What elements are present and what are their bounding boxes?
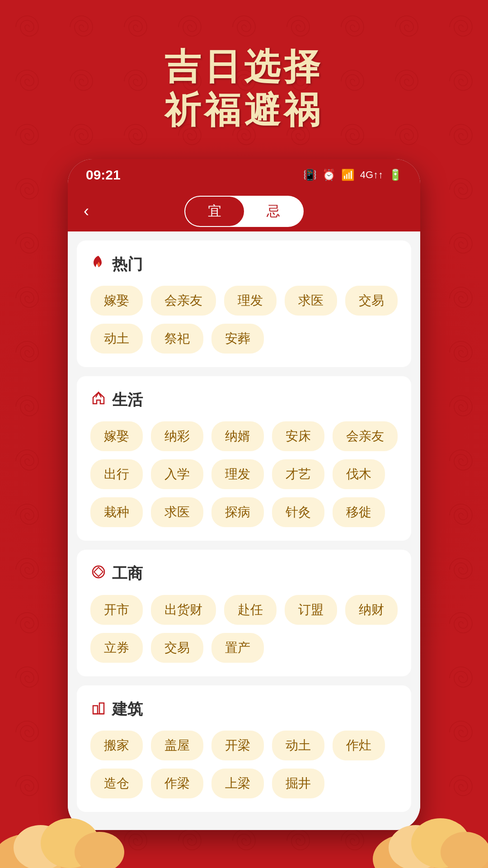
tab-toggle: 宜 忌 [184,196,304,227]
tag-life-8[interactable]: 才艺 [272,459,324,489]
status-bar: 09:21 📳 ⏰ 📶 4G↑↑ 🔋 [68,159,420,191]
section-business-tags: 开市 出货财 赴任 订盟 纳财 立券 交易 置产 [90,595,398,663]
tag-biz-1[interactable]: 出货财 [151,595,216,625]
tag-life-2[interactable]: 纳婿 [211,421,264,451]
tag-life-4[interactable]: 会亲友 [333,421,398,451]
tag-hot-1[interactable]: 会亲友 [151,286,216,316]
tag-hot-2[interactable]: 理发 [224,286,277,316]
tag-life-5[interactable]: 出行 [90,459,143,489]
content-area[interactable]: 热门 嫁娶 会亲友 理发 求医 交易 动土 祭祀 安葬 [68,231,420,830]
back-button[interactable]: ‹ [84,202,89,221]
section-building-title: 建筑 [112,699,143,720]
tag-life-10[interactable]: 栽种 [90,497,143,527]
tag-biz-6[interactable]: 交易 [151,633,203,663]
status-icons: 📳 ⏰ 📶 4G↑↑ 🔋 [303,169,402,181]
section-hot-title: 热门 [112,254,143,275]
tag-hot-7[interactable]: 安葬 [211,324,264,354]
tag-build-0[interactable]: 搬家 [90,731,143,760]
tag-life-9[interactable]: 伐木 [333,459,385,489]
section-hot-tags: 嫁娶 会亲友 理发 求医 交易 动土 祭祀 安葬 [90,286,398,354]
tag-build-2[interactable]: 开梁 [211,731,264,760]
section-life-title: 生活 [112,390,143,410]
wifi-icon: 📶 [341,169,355,181]
tag-biz-2[interactable]: 赴任 [224,595,277,625]
section-hot: 热门 嫁娶 会亲友 理发 求医 交易 动土 祭祀 安葬 [77,241,411,367]
section-life-tags: 嫁娶 纳彩 纳婿 安床 会亲友 出行 入学 理发 才艺 伐木 栽种 求医 探病 … [90,421,398,527]
tag-biz-7[interactable]: 置产 [211,633,264,663]
tag-biz-3[interactable]: 订盟 [285,595,337,625]
tab-ji[interactable]: 忌 [244,197,303,226]
tag-build-1[interactable]: 盖屋 [151,731,203,760]
app-header: ‹ 宜 忌 [68,191,420,231]
svg-rect-2 [93,706,98,714]
signal-icon: 4G↑↑ [360,169,383,181]
building-icon [90,699,107,720]
tag-life-0[interactable]: 嫁娶 [90,421,143,451]
section-life-header: 生活 [90,390,398,410]
tag-hot-0[interactable]: 嫁娶 [90,286,143,316]
fire-icon [90,255,107,275]
tag-life-7[interactable]: 理发 [211,459,264,489]
tag-hot-4[interactable]: 交易 [345,286,398,316]
tag-build-3[interactable]: 动土 [272,731,324,760]
tag-hot-5[interactable]: 动土 [90,324,143,354]
tag-biz-5[interactable]: 立券 [90,633,143,663]
title-line1: 吉日选择 [0,45,488,89]
clouds-decoration [0,778,488,868]
tag-life-12[interactable]: 探病 [211,497,264,527]
section-hot-header: 热门 [90,254,398,275]
tab-yi[interactable]: 宜 [184,196,245,227]
section-business-title: 工商 [112,563,143,584]
battery-icon: 🔋 [389,169,402,181]
svg-rect-3 [99,703,104,714]
tag-life-1[interactable]: 纳彩 [151,421,203,451]
tag-hot-3[interactable]: 求医 [285,286,337,316]
status-time: 09:21 [86,167,121,183]
title-area: 吉日选择 祈福避祸 [0,0,488,159]
tag-hot-6[interactable]: 祭祀 [151,324,203,354]
tag-biz-4[interactable]: 纳财 [345,595,398,625]
section-business-header: 工商 [90,563,398,584]
tag-life-14[interactable]: 移徙 [333,497,385,527]
phone-frame: 09:21 📳 ⏰ 📶 4G↑↑ 🔋 ‹ 宜 忌 [68,159,420,830]
tag-life-6[interactable]: 入学 [151,459,203,489]
section-business: 工商 开市 出货财 赴任 订盟 纳财 立券 交易 置产 [77,550,411,676]
tag-life-13[interactable]: 针灸 [272,497,324,527]
diamond-icon [90,564,107,584]
section-life: 生活 嫁娶 纳彩 纳婿 安床 会亲友 出行 入学 理发 才艺 伐木 栽种 求医 … [77,376,411,541]
vibrate-icon: 📳 [303,169,317,181]
alarm-icon: ⏰ [322,169,336,181]
tag-build-4[interactable]: 作灶 [333,731,385,760]
tag-biz-0[interactable]: 开市 [90,595,143,625]
section-building-header: 建筑 [90,699,398,720]
tag-life-3[interactable]: 安床 [272,421,324,451]
tag-life-11[interactable]: 求医 [151,497,203,527]
title-line2: 祈福避祸 [0,89,488,132]
home-icon [90,390,107,410]
